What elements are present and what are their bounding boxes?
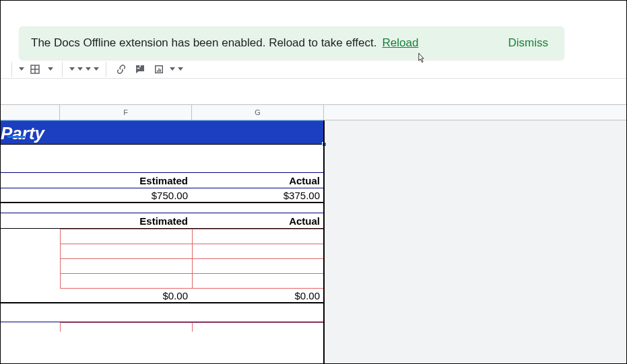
pointer-cursor-icon: [416, 52, 426, 65]
sheet-empty-area: [324, 104, 626, 363]
column-header-blank[interactable]: [1, 105, 60, 120]
cell[interactable]: [193, 323, 325, 332]
borders-button[interactable]: [27, 61, 43, 77]
merge-cells-button[interactable]: [46, 61, 55, 77]
spreadsheet-grid[interactable]: F G Party Estimated Actual $750.00 $375.…: [1, 104, 324, 363]
value-row-1[interactable]: $750.00 $375.00: [1, 188, 324, 203]
cell[interactable]: [193, 244, 325, 259]
cell-estimated-total[interactable]: $0.00: [60, 289, 192, 302]
cell[interactable]: [193, 274, 325, 289]
empty-row[interactable]: [1, 145, 324, 173]
toolbar: [1, 60, 626, 79]
cell[interactable]: [61, 229, 193, 244]
column-header-F[interactable]: F: [60, 105, 192, 120]
header-estimated-2[interactable]: Estimated: [60, 213, 192, 228]
column-header-empty: [324, 104, 626, 120]
horizontal-align-button[interactable]: [69, 61, 75, 77]
cell[interactable]: [61, 244, 193, 259]
header-actual[interactable]: Actual: [192, 173, 324, 188]
column-headers: F G: [1, 104, 324, 120]
cell-estimated-1[interactable]: $750.00: [60, 188, 192, 202]
header-estimated[interactable]: Estimated: [60, 173, 192, 188]
cell[interactable]: [193, 259, 325, 274]
totals-row[interactable]: $0.00 $0.00: [1, 289, 324, 303]
text-rotation-button[interactable]: [94, 61, 99, 77]
fill-color-button[interactable]: [19, 61, 24, 77]
cell[interactable]: [61, 274, 193, 289]
cell[interactable]: [193, 229, 325, 244]
functions-button[interactable]: [178, 61, 183, 77]
title-row[interactable]: Party: [1, 120, 324, 145]
title-cell: Party: [1, 123, 44, 143]
insert-chart-button[interactable]: [151, 61, 167, 77]
cell[interactable]: [61, 323, 193, 332]
input-grid-2[interactable]: [1, 322, 324, 332]
vertical-align-button[interactable]: [77, 61, 83, 77]
empty-row[interactable]: [1, 203, 324, 213]
insert-link-button[interactable]: [113, 61, 129, 77]
header-actual-2[interactable]: Actual: [192, 213, 324, 228]
column-header-G[interactable]: G: [192, 105, 324, 120]
filter-button[interactable]: [170, 61, 175, 77]
notification-message: The Docs Offline extension has been enab…: [31, 36, 377, 50]
header-row-1[interactable]: Estimated Actual: [1, 173, 324, 188]
cell-actual-1[interactable]: $375.00: [192, 188, 324, 202]
input-grid[interactable]: [1, 229, 324, 289]
sheet-right-border: [323, 120, 325, 363]
reload-link[interactable]: Reload: [383, 36, 419, 50]
cell-actual-total[interactable]: $0.00: [192, 289, 324, 302]
notification-banner: The Docs Offline extension has been enab…: [19, 26, 564, 60]
dismiss-button[interactable]: Dismiss: [508, 36, 549, 50]
empty-row[interactable]: [1, 303, 324, 322]
header-row-2[interactable]: Estimated Actual: [1, 213, 324, 229]
fill-color-indicator: [7, 136, 25, 138]
cell[interactable]: [61, 259, 193, 274]
text-wrap-button[interactable]: [86, 61, 91, 77]
insert-comment-button[interactable]: [132, 61, 148, 77]
